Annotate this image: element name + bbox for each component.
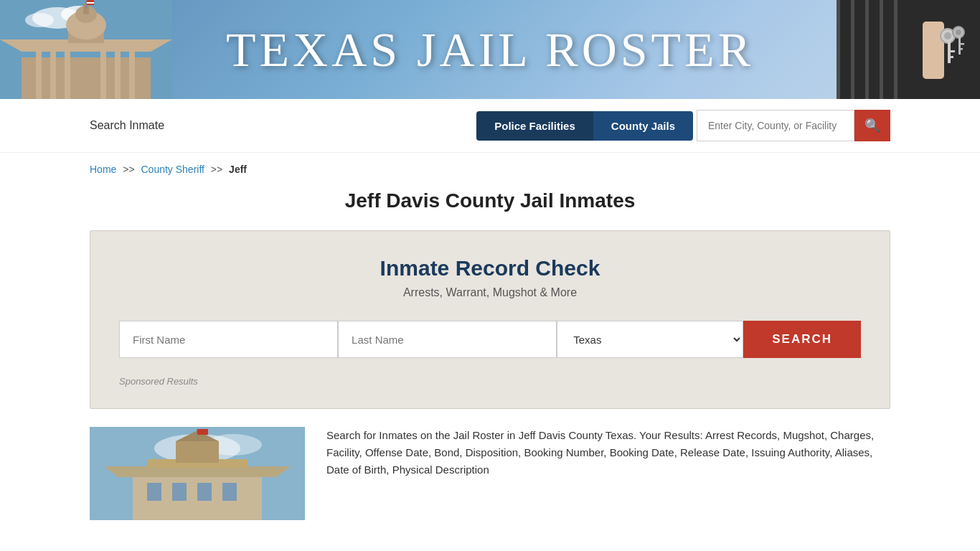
svg-rect-7: [65, 50, 70, 99]
svg-rect-20: [837, 0, 840, 99]
svg-point-3: [25, 13, 54, 27]
police-facilities-button[interactable]: Police Facilities: [476, 111, 593, 141]
svg-rect-5: [36, 50, 42, 99]
svg-rect-22: [865, 0, 869, 99]
svg-rect-10: [129, 50, 135, 99]
svg-rect-23: [880, 0, 883, 99]
svg-rect-43: [222, 483, 237, 501]
svg-rect-6: [50, 50, 56, 99]
banner-title: TEXAS JAIL ROSTER: [226, 22, 754, 77]
nav-search-container: 🔍: [697, 110, 890, 141]
nav-buttons: Police Facilities County Jails: [476, 111, 693, 141]
svg-rect-9: [115, 50, 121, 99]
svg-rect-29: [948, 50, 955, 52]
state-select[interactable]: AlabamaAlaskaArizonaArkansasCaliforniaCo…: [557, 321, 743, 358]
svg-rect-42: [197, 483, 212, 501]
page-title: Jeff Davis County Jail Inmates: [0, 189, 980, 212]
breadcrumb-sep2: >>: [211, 164, 222, 175]
bottom-image: [90, 427, 305, 520]
breadcrumb-home[interactable]: Home: [90, 164, 116, 175]
svg-rect-24: [894, 0, 897, 99]
record-check-title: Inmate Record Check: [119, 256, 861, 281]
nav-search-button[interactable]: 🔍: [854, 110, 890, 141]
search-icon: 🔍: [864, 118, 880, 133]
svg-rect-16: [85, 0, 87, 9]
bottom-section: Search for Inmates on the Jail Roster in…: [0, 427, 980, 520]
breadcrumb: Home >> County Sheriff >> Jeff: [0, 153, 980, 182]
svg-rect-46: [176, 441, 219, 463]
breadcrumb-sep1: >>: [123, 164, 134, 175]
keys-image: [837, 0, 980, 99]
svg-point-32: [956, 29, 961, 35]
svg-point-27: [944, 32, 951, 39]
breadcrumb-current: Jeff: [229, 164, 247, 175]
svg-rect-18: [87, 2, 94, 4]
search-inmate-label: Search Inmate: [90, 119, 476, 132]
svg-rect-21: [851, 0, 854, 99]
svg-rect-25: [923, 22, 944, 79]
svg-rect-49: [197, 429, 208, 435]
record-form: AlabamaAlaskaArizonaArkansasCaliforniaCo…: [119, 321, 861, 358]
svg-rect-41: [172, 483, 187, 501]
record-check-box: Inmate Record Check Arrests, Warrant, Mu…: [90, 230, 890, 409]
county-jails-button[interactable]: County Jails: [593, 111, 693, 141]
svg-rect-30: [948, 56, 953, 58]
nav-search-input[interactable]: [697, 110, 854, 141]
banner-title-container: TEXAS JAIL ROSTER: [226, 22, 754, 78]
header-banner: TEXAS JAIL ROSTER: [0, 0, 980, 99]
svg-marker-44: [104, 466, 291, 477]
svg-rect-8: [100, 50, 106, 99]
svg-rect-34: [958, 43, 964, 45]
svg-rect-40: [147, 483, 161, 501]
last-name-input[interactable]: [338, 321, 557, 358]
sponsored-results-label: Sponsored Results: [119, 376, 861, 387]
record-check-subtitle: Arrests, Warrant, Mugshot & More: [119, 286, 861, 299]
building-placeholder: [90, 427, 305, 520]
page-title-section: Jeff Davis County Jail Inmates: [0, 182, 980, 230]
record-search-button[interactable]: SEARCH: [743, 321, 861, 358]
first-name-input[interactable]: [119, 321, 338, 358]
svg-rect-33: [958, 37, 961, 55]
navbar: Search Inmate Police Facilities County J…: [0, 99, 980, 153]
capitol-building-image: [0, 0, 172, 99]
breadcrumb-county-sheriff[interactable]: County Sheriff: [141, 164, 204, 175]
svg-rect-35: [958, 48, 963, 50]
bottom-description: Search for Inmates on the Jail Roster in…: [326, 427, 890, 479]
